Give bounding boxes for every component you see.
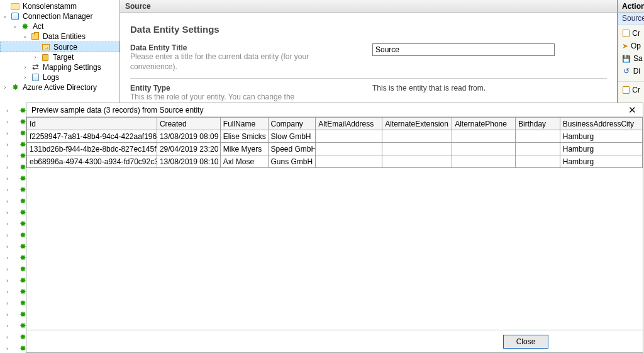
open-icon <box>622 42 628 50</box>
grid-cell <box>516 155 560 168</box>
grid-cell <box>452 143 516 155</box>
grid-cell: Hamburg <box>560 130 642 143</box>
tree-node-aad[interactable]: Azure Active Directory <box>0 82 119 92</box>
connection-manager-icon <box>10 11 20 21</box>
grid-cell: Elise Smicks <box>220 130 268 143</box>
action-create[interactable]: Cr <box>618 27 644 40</box>
chevron-down-icon[interactable] <box>22 32 29 39</box>
horizontal-scrollbar[interactable] <box>29 302 640 312</box>
entities-icon <box>30 31 40 42</box>
mapping-icon <box>30 62 40 72</box>
chevron-down-icon[interactable] <box>2 12 9 19</box>
target-icon <box>40 52 50 62</box>
grid-header-cell[interactable]: AltEmailAddress <box>316 118 382 130</box>
tree-node-logs[interactable]: Logs <box>0 72 119 82</box>
tree-label: Source <box>52 42 79 52</box>
tree-label: Konsolenstamm <box>21 1 78 11</box>
table-row[interactable]: eb68996a-4974-4300-a934-fd70c92c33f413/0… <box>27 155 643 168</box>
tree-node-root[interactable]: Konsolenstamm <box>0 1 119 11</box>
action-label: Cr <box>632 29 640 38</box>
grid-header-row: IdCreatedFullNameCompanyAltEmailAddressA… <box>27 118 643 130</box>
close-button[interactable]: Close <box>503 335 548 349</box>
content-header: Source <box>120 0 617 13</box>
tree-label: Mapping Settings <box>42 62 103 72</box>
field-label-type: Entity Type <box>130 84 347 92</box>
entity-type-value: This is the entity that is read from. <box>372 84 486 92</box>
tree-collapsed-nodes: ›✸›✸›✸›✸›✸›✸›✸›✸›✸›✸›✸›✸›✸›✸›✸›✸›✸›✸›✸›✸… <box>6 106 19 353</box>
grid-cell: Hamburg <box>560 143 642 155</box>
action-save[interactable]: Sa <box>618 52 644 65</box>
grid-header-cell[interactable]: Id <box>27 118 157 130</box>
grid-header-cell[interactable]: Company <box>268 118 316 130</box>
actions-header: Actions <box>618 0 644 13</box>
grid-header-cell[interactable]: BusinessAddressCity <box>560 118 642 130</box>
field-desc-title: Please enter a title for the current dat… <box>130 52 347 72</box>
settings-heading: Data Entity Settings <box>130 24 607 35</box>
tree-node-mapping[interactable]: Mapping Settings <box>0 62 119 72</box>
grid-cell: 13/08/2019 08:09 <box>157 130 220 143</box>
grid-cell <box>516 130 560 143</box>
grid-header-cell[interactable]: Birthday <box>516 118 560 130</box>
field-desc-type: This is the role of your entity. You can… <box>130 92 347 103</box>
tree-node-connection-manager[interactable]: Connection Manager <box>0 11 119 21</box>
action-discard[interactable]: Di <box>618 65 644 77</box>
field-label-title: Data Entity Title <box>130 43 347 52</box>
chevron-down-icon[interactable] <box>12 22 19 29</box>
grid-header-cell[interactable]: AlternateExtension <box>382 118 452 130</box>
tree-node-data-entities[interactable]: Data Entities <box>0 31 119 42</box>
grid-cell <box>452 155 516 168</box>
action-label: Op <box>631 42 641 50</box>
chevron-right-icon[interactable] <box>2 83 9 90</box>
tree-label: Target <box>52 52 75 62</box>
grid-cell <box>516 143 560 155</box>
grid-cell <box>316 143 382 155</box>
actions-subheader: Source <box>618 13 644 25</box>
tree-label: Data Entities <box>42 31 87 42</box>
grid-cell: Speed GmbH <box>268 143 316 155</box>
chevron-right-icon[interactable] <box>32 53 39 60</box>
tree-label: Logs <box>42 72 60 82</box>
grid-cell <box>316 130 382 143</box>
source-icon <box>41 42 51 52</box>
action-label: Sa <box>633 54 643 63</box>
entity-title-input[interactable] <box>372 43 555 56</box>
grid-header-cell[interactable]: FullName <box>220 118 268 130</box>
grid-header-cell[interactable]: AlternatePhone <box>452 118 516 130</box>
new-doc-icon <box>622 29 630 38</box>
tree-node-target[interactable]: Target <box>0 52 119 62</box>
table-row[interactable]: f2258947-7a81-48b4-94c4-422aaf19697513/0… <box>27 130 643 143</box>
preview-titlebar: Preview sample data (3 records) from Sou… <box>26 103 643 117</box>
grid-header-cell[interactable]: Created <box>157 118 220 130</box>
tree-label: Act <box>31 21 45 31</box>
grid-cell: Guns GmbH <box>268 155 316 168</box>
grid-cell <box>452 130 516 143</box>
chevron-right-icon[interactable] <box>22 63 29 70</box>
new-doc-icon <box>622 86 630 94</box>
divider <box>130 78 607 79</box>
grid-cell: 29/04/2019 23:20 <box>157 143 220 155</box>
preview-grid[interactable]: IdCreatedFullNameCompanyAltEmailAddressA… <box>26 117 643 168</box>
action-open[interactable]: Op <box>618 40 644 52</box>
grid-cell <box>382 130 452 143</box>
grid-cell: Slow GmbH <box>268 130 316 143</box>
grid-cell <box>316 155 382 168</box>
azure-ad-icon <box>10 82 20 92</box>
table-row[interactable]: 131bd26b-f944-4b2e-8bdc-827ec145f8c629/0… <box>27 143 643 155</box>
close-icon[interactable]: ✕ <box>626 104 638 116</box>
tree-node-act[interactable]: ✸ Act <box>0 21 119 31</box>
tree-node-source[interactable]: Source <box>0 42 119 52</box>
preview-footer: Close <box>26 330 643 352</box>
action-create-2[interactable]: Cr <box>618 81 644 94</box>
tree-label: Connection Manager <box>21 11 94 21</box>
grid-cell: f2258947-7a81-48b4-94c4-422aaf196975 <box>27 130 157 143</box>
action-label: Cr <box>632 86 640 94</box>
star-icon: ✸ <box>20 21 30 31</box>
chevron-right-icon[interactable] <box>22 73 29 80</box>
folder-icon <box>10 1 20 11</box>
grid-cell <box>382 143 452 155</box>
logs-icon <box>30 72 40 82</box>
grid-cell: eb68996a-4974-4300-a934-fd70c92c33f4 <box>27 155 157 168</box>
grid-cell: Mike Myers <box>220 143 268 155</box>
preview-title-text: Preview sample data (3 records) from Sou… <box>31 106 203 115</box>
action-label: Di <box>633 67 640 76</box>
